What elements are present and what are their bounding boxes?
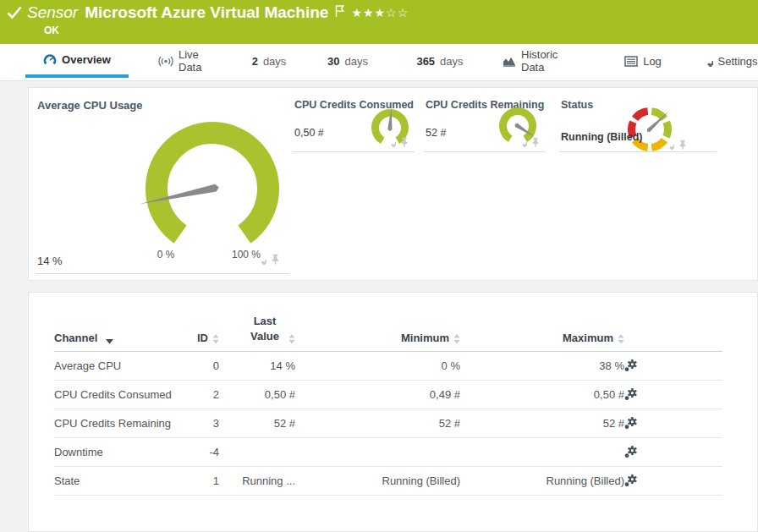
column-header-id[interactable]: ID	[190, 314, 219, 352]
cell-minimum: 0 %	[295, 352, 460, 381]
tab-number: 365	[416, 55, 435, 68]
tile-divider	[424, 151, 546, 152]
table-row-downtime[interactable]: Downtime -4	[54, 438, 722, 467]
tab-historic-data[interactable]: Historic Data	[499, 44, 587, 78]
tab-settings[interactable]: Settings	[700, 44, 758, 78]
gauge-settings-gear-icon[interactable]	[255, 254, 266, 265]
channels-panel: Channel ID Last Value	[28, 292, 758, 532]
tab-overview[interactable]: Overview	[25, 44, 129, 78]
gauge-value: 0,50 #	[294, 127, 324, 139]
gauge-value: Running (Billed)	[561, 131, 643, 143]
cell-id: -4	[190, 438, 219, 467]
gauge-value: 14 %	[37, 255, 63, 267]
cell-last-value	[219, 438, 295, 467]
gauge-tile-status[interactable]: Status Running (Billed)	[559, 88, 717, 152]
cell-channel: Downtime	[54, 438, 190, 467]
cell-channel: CPU Credits Consumed	[54, 381, 190, 409]
tab-label: Log	[643, 55, 662, 68]
cell-maximum	[460, 438, 624, 467]
tab-live-data[interactable]: Live Data	[155, 44, 228, 78]
cell-maximum: 52 #	[460, 409, 624, 438]
sort-icon	[618, 334, 624, 344]
gauge-title: Status	[561, 99, 593, 111]
tab-label: days	[345, 55, 368, 68]
tab-label: days	[263, 55, 286, 68]
edit-channel-icon[interactable]	[624, 359, 637, 372]
status-check-icon	[7, 6, 22, 19]
tile-divider	[36, 273, 289, 274]
tab-label: days	[440, 55, 463, 68]
tab-number: 2	[252, 55, 258, 68]
gauges-panel: Average CPU Usage 0 % 100 % 14 % CPU Cre…	[28, 87, 758, 281]
edit-channel-icon[interactable]	[624, 417, 637, 430]
gauge-pin-icon[interactable]	[270, 254, 281, 265]
status-badge: OK	[44, 25, 59, 36]
cell-minimum: 0,49 #	[295, 381, 460, 409]
table-row-state[interactable]: State 1 Running ... Running (Billed) Run…	[54, 467, 722, 496]
object-kind-label: Sensor	[27, 3, 78, 22]
cell-maximum: Running (Billed)	[460, 467, 624, 496]
tab-label: Historic Data	[521, 48, 584, 74]
average-cpu-gauge	[119, 96, 305, 265]
gauge-pin-icon[interactable]	[678, 140, 688, 150]
cell-id: 1	[190, 467, 219, 496]
edit-channel-icon[interactable]	[624, 474, 637, 487]
gauge-tile-cpu-credits-consumed[interactable]: CPU Credits Consumed 0,50 #	[293, 88, 415, 152]
tab-30-days[interactable]: 30 days	[324, 44, 371, 78]
table-row-cpu-credits-consumed[interactable]: CPU Credits Consumed 2 0,50 # 0,49 # 0,5…	[54, 381, 722, 409]
gear-icon	[701, 55, 713, 67]
column-header-channel[interactable]: Channel	[54, 314, 190, 352]
tile-divider	[293, 151, 415, 152]
edit-channel-icon[interactable]	[624, 388, 637, 401]
column-header-minimum[interactable]: Minimum	[295, 314, 460, 352]
cell-maximum: 0,50 #	[460, 381, 624, 409]
gauge-scale-min: 0 %	[140, 249, 191, 261]
edit-channel-icon[interactable]	[624, 446, 637, 458]
gauge-tile-cpu-credits-remaining[interactable]: CPU Credits Remaining 52 #	[424, 88, 546, 152]
live-broadcast-icon	[158, 56, 173, 67]
tab-number: 30	[327, 55, 339, 68]
gauge-settings-gear-icon[interactable]	[386, 137, 396, 147]
table-row-average-cpu[interactable]: Average CPU 0 14 % 0 % 38 %	[54, 352, 722, 381]
tab-label: Settings	[718, 55, 758, 68]
column-header-maximum[interactable]: Maximum	[460, 314, 624, 352]
cell-minimum	[295, 438, 460, 467]
sort-icon	[453, 334, 460, 344]
sort-caret-down-icon	[106, 339, 113, 344]
tab-365-days[interactable]: 365 days	[412, 44, 468, 78]
cell-minimum: 52 #	[295, 409, 460, 438]
cell-channel: Average CPU	[54, 352, 190, 381]
gauge-icon	[43, 53, 57, 66]
tab-2-days[interactable]: 2 days	[248, 44, 290, 78]
gauge-tile-average-cpu[interactable]: Average CPU Usage 0 % 100 % 14 %	[36, 88, 289, 274]
gauge-pin-icon[interactable]	[530, 137, 541, 147]
tab-label: Live Data	[179, 48, 224, 74]
page-title: Microsoft Azure Virtual Machine	[85, 3, 328, 22]
gauge-pin-icon[interactable]	[399, 137, 409, 147]
column-label: Channel	[54, 332, 97, 344]
cell-last-value: 0,50 #	[219, 381, 295, 409]
sort-icon	[288, 334, 295, 344]
column-label: Minimum	[401, 332, 449, 344]
cell-id: 2	[190, 381, 219, 409]
column-label: Maximum	[563, 332, 613, 344]
cell-minimum: Running (Billed)	[295, 467, 460, 496]
tab-log[interactable]: Log	[623, 44, 663, 78]
column-header-last-value[interactable]: Last Value	[219, 314, 295, 352]
gauge-settings-gear-icon[interactable]	[517, 137, 527, 147]
area-chart-icon	[503, 55, 516, 67]
column-label: Last Value	[245, 314, 284, 344]
column-header-actions	[624, 314, 722, 352]
flag-icon[interactable]	[335, 5, 344, 18]
cell-channel: CPU Credits Remaining	[54, 409, 190, 438]
log-list-icon	[624, 56, 638, 67]
sensor-header: Sensor Microsoft Azure Virtual Machine ★…	[0, 0, 758, 44]
gauge-settings-gear-icon[interactable]	[664, 140, 674, 150]
table-row-cpu-credits-remaining[interactable]: CPU Credits Remaining 3 52 # 52 # 52 #	[54, 409, 722, 438]
cell-id: 0	[190, 352, 219, 381]
priority-stars[interactable]: ★★★☆☆	[351, 6, 409, 19]
cell-maximum: 38 %	[460, 352, 624, 381]
cell-last-value: 14 %	[219, 352, 295, 381]
tab-bar: Overview Live Data 2 days 30 days 365 da…	[0, 44, 758, 81]
cell-id: 3	[190, 409, 219, 438]
